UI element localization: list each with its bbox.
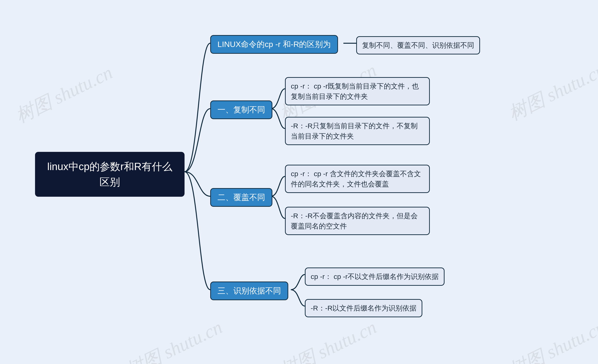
leaf-node-2-1[interactable]: -R：-R不会覆盖含内容的文件夹，但是会覆盖同名的空文件	[285, 207, 430, 235]
leaf-text: 复制不同、覆盖不同、识别依据不同	[362, 41, 474, 49]
watermark: 树图 shutu.cn	[504, 315, 598, 364]
leaf-text: cp -r： cp -r既复制当前目录下的文件，也复制当前目录下的文件夹	[291, 82, 419, 100]
leaf-text: cp -r： cp -r 含文件的文件夹会覆盖不含文件的同名文件夹，文件也会覆盖	[291, 170, 421, 188]
mindmap-root[interactable]: linux中cp的参数r和R有什么区别	[35, 152, 184, 197]
leaf-node-3-0[interactable]: cp -r： cp -r不以文件后缀名作为识别依据	[305, 267, 445, 286]
leaf-node-2-0[interactable]: cp -r： cp -r 含文件的文件夹会覆盖不含文件的同名文件夹，文件也会覆盖	[285, 165, 430, 193]
branch-node-3[interactable]: 三、识别依据不同	[210, 281, 288, 300]
watermark: 树图 shutu.cn	[504, 58, 598, 126]
leaf-node-1-0[interactable]: cp -r： cp -r既复制当前目录下的文件，也复制当前目录下的文件夹	[285, 77, 430, 105]
watermark: 树图 shutu.cn	[275, 315, 381, 364]
leaf-text: -R：-R不会覆盖含内容的文件夹，但是会覆盖同名的空文件	[291, 212, 418, 230]
branch-node-0[interactable]: LINUX命令的cp -r 和-R的区别为	[210, 35, 338, 54]
leaf-node-1-1[interactable]: -R：-R只复制当前目录下的文件，不复制当前目录下的文件夹	[285, 117, 430, 145]
root-title: linux中cp的参数r和R有什么区别	[47, 161, 172, 188]
branch-label: 三、识别依据不同	[217, 286, 281, 295]
branch-label: 一、复制不同	[217, 105, 265, 114]
watermark: 树图 shutu.cn	[11, 60, 117, 129]
leaf-text: cp -r： cp -r不以文件后缀名作为识别依据	[311, 273, 439, 280]
leaf-node-0-0[interactable]: 复制不同、覆盖不同、识别依据不同	[356, 36, 480, 54]
branch-node-1[interactable]: 一、复制不同	[210, 100, 272, 119]
branch-node-2[interactable]: 二、覆盖不同	[210, 188, 272, 207]
leaf-text: -R：-R以文件后缀名作为识别依据	[311, 304, 416, 312]
branch-label: LINUX命令的cp -r 和-R的区别为	[217, 40, 331, 49]
branch-label: 二、覆盖不同	[217, 193, 265, 202]
watermark: 树图 shutu.cn	[121, 315, 227, 364]
leaf-text: -R：-R只复制当前目录下的文件，不复制当前目录下的文件夹	[291, 122, 418, 140]
leaf-node-3-1[interactable]: -R：-R以文件后缀名作为识别依据	[305, 299, 422, 317]
